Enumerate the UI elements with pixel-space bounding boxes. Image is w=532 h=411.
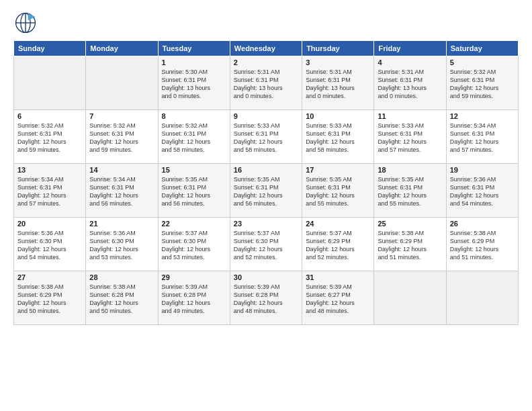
calendar-cell: [86, 56, 158, 110]
day-info: Sunrise: 5:38 AM Sunset: 6:29 PM Dayligh…: [17, 283, 82, 316]
day-info: Sunrise: 5:31 AM Sunset: 6:31 PM Dayligh…: [378, 68, 442, 101]
calendar-week-5: 27Sunrise: 5:38 AM Sunset: 6:29 PM Dayli…: [14, 271, 519, 325]
day-number: 21: [89, 220, 154, 228]
calendar-week-3: 13Sunrise: 5:34 AM Sunset: 6:31 PM Dayli…: [14, 164, 519, 218]
calendar-cell: 15Sunrise: 5:35 AM Sunset: 6:31 PM Dayli…: [158, 164, 230, 218]
day-header-sunday: Sunday: [14, 41, 86, 56]
day-header-wednesday: Wednesday: [230, 41, 302, 56]
day-info: Sunrise: 5:39 AM Sunset: 6:28 PM Dayligh…: [162, 283, 226, 316]
day-header-friday: Friday: [374, 41, 446, 56]
calendar-cell: 29Sunrise: 5:39 AM Sunset: 6:28 PM Dayli…: [158, 271, 230, 325]
day-info: Sunrise: 5:37 AM Sunset: 6:30 PM Dayligh…: [234, 229, 298, 262]
calendar-cell: 20Sunrise: 5:36 AM Sunset: 6:30 PM Dayli…: [14, 218, 86, 271]
calendar-cell: 22Sunrise: 5:37 AM Sunset: 6:30 PM Dayli…: [158, 218, 230, 271]
globe-icon: [13, 11, 38, 35]
calendar-cell: 6Sunrise: 5:32 AM Sunset: 6:31 PM Daylig…: [14, 110, 86, 164]
day-number: 3: [306, 58, 370, 66]
day-header-monday: Monday: [86, 41, 158, 56]
day-header-thursday: Thursday: [302, 41, 374, 56]
day-number: 20: [17, 220, 82, 228]
day-number: 16: [234, 166, 298, 174]
day-number: 14: [89, 166, 154, 174]
day-number: 25: [378, 220, 442, 228]
calendar-cell: 2Sunrise: 5:31 AM Sunset: 6:31 PM Daylig…: [230, 56, 302, 110]
calendar-cell: 21Sunrise: 5:36 AM Sunset: 6:30 PM Dayli…: [86, 218, 158, 271]
calendar-cell: 13Sunrise: 5:34 AM Sunset: 6:31 PM Dayli…: [14, 164, 86, 218]
day-number: 12: [450, 112, 515, 120]
calendar-cell: 8Sunrise: 5:32 AM Sunset: 6:31 PM Daylig…: [158, 110, 230, 164]
calendar-cell: 26Sunrise: 5:38 AM Sunset: 6:29 PM Dayli…: [446, 218, 518, 271]
day-number: 8: [162, 112, 226, 120]
day-info: Sunrise: 5:38 AM Sunset: 6:29 PM Dayligh…: [378, 229, 442, 262]
calendar-cell: 27Sunrise: 5:38 AM Sunset: 6:29 PM Dayli…: [14, 271, 86, 325]
day-info: Sunrise: 5:31 AM Sunset: 6:31 PM Dayligh…: [306, 68, 370, 101]
day-number: 18: [378, 166, 442, 174]
calendar-week-4: 20Sunrise: 5:36 AM Sunset: 6:30 PM Dayli…: [14, 218, 519, 271]
calendar-cell: 11Sunrise: 5:33 AM Sunset: 6:31 PM Dayli…: [374, 110, 446, 164]
calendar-cell: 30Sunrise: 5:39 AM Sunset: 6:28 PM Dayli…: [230, 271, 302, 325]
day-info: Sunrise: 5:39 AM Sunset: 6:28 PM Dayligh…: [234, 283, 298, 316]
day-number: 24: [306, 220, 370, 228]
calendar-cell: 14Sunrise: 5:34 AM Sunset: 6:31 PM Dayli…: [86, 164, 158, 218]
day-number: 19: [450, 166, 515, 174]
day-info: Sunrise: 5:33 AM Sunset: 6:31 PM Dayligh…: [234, 122, 298, 154]
day-info: Sunrise: 5:38 AM Sunset: 6:29 PM Dayligh…: [450, 229, 515, 262]
day-info: Sunrise: 5:33 AM Sunset: 6:31 PM Dayligh…: [378, 122, 442, 154]
day-number: 22: [162, 220, 226, 228]
day-number: 7: [89, 112, 154, 120]
day-number: 11: [378, 112, 442, 120]
day-info: Sunrise: 5:38 AM Sunset: 6:28 PM Dayligh…: [89, 283, 154, 316]
calendar-cell: 4Sunrise: 5:31 AM Sunset: 6:31 PM Daylig…: [374, 56, 446, 110]
day-info: Sunrise: 5:34 AM Sunset: 6:31 PM Dayligh…: [89, 175, 154, 208]
day-number: 15: [162, 166, 226, 174]
day-info: Sunrise: 5:34 AM Sunset: 6:31 PM Dayligh…: [450, 122, 515, 154]
calendar-week-1: 1Sunrise: 5:30 AM Sunset: 6:31 PM Daylig…: [14, 56, 519, 110]
calendar-cell: 7Sunrise: 5:32 AM Sunset: 6:31 PM Daylig…: [86, 110, 158, 164]
day-number: 31: [306, 273, 370, 281]
calendar-cell: 10Sunrise: 5:33 AM Sunset: 6:31 PM Dayli…: [302, 110, 374, 164]
calendar-cell: 31Sunrise: 5:39 AM Sunset: 6:27 PM Dayli…: [302, 271, 374, 325]
day-info: Sunrise: 5:37 AM Sunset: 6:29 PM Dayligh…: [306, 229, 370, 262]
day-number: 29: [162, 273, 226, 281]
day-number: 27: [17, 273, 82, 281]
page-header: [13, 11, 519, 35]
calendar-cell: [14, 56, 86, 110]
calendar-cell: 24Sunrise: 5:37 AM Sunset: 6:29 PM Dayli…: [302, 218, 374, 271]
calendar-cell: 19Sunrise: 5:36 AM Sunset: 6:31 PM Dayli…: [446, 164, 518, 218]
day-info: Sunrise: 5:33 AM Sunset: 6:31 PM Dayligh…: [306, 122, 370, 154]
day-number: 30: [234, 273, 298, 281]
calendar-table: SundayMondayTuesdayWednesdayThursdayFrid…: [13, 40, 519, 325]
calendar-cell: [374, 271, 446, 325]
calendar-cell: 9Sunrise: 5:33 AM Sunset: 6:31 PM Daylig…: [230, 110, 302, 164]
day-info: Sunrise: 5:32 AM Sunset: 6:31 PM Dayligh…: [89, 122, 154, 154]
day-number: 2: [234, 58, 298, 66]
day-info: Sunrise: 5:36 AM Sunset: 6:30 PM Dayligh…: [17, 229, 82, 262]
day-info: Sunrise: 5:36 AM Sunset: 6:31 PM Dayligh…: [450, 175, 515, 208]
day-info: Sunrise: 5:35 AM Sunset: 6:31 PM Dayligh…: [234, 175, 298, 208]
calendar-cell: 28Sunrise: 5:38 AM Sunset: 6:28 PM Dayli…: [86, 271, 158, 325]
calendar-header-row: SundayMondayTuesdayWednesdayThursdayFrid…: [14, 41, 519, 56]
day-number: 28: [89, 273, 154, 281]
day-number: 4: [378, 58, 442, 66]
day-number: 1: [162, 58, 226, 66]
calendar-week-2: 6Sunrise: 5:32 AM Sunset: 6:31 PM Daylig…: [14, 110, 519, 164]
day-number: 6: [17, 112, 82, 120]
day-info: Sunrise: 5:35 AM Sunset: 6:31 PM Dayligh…: [306, 175, 370, 208]
calendar-cell: 5Sunrise: 5:32 AM Sunset: 6:31 PM Daylig…: [446, 56, 518, 110]
calendar-cell: 12Sunrise: 5:34 AM Sunset: 6:31 PM Dayli…: [446, 110, 518, 164]
day-number: 9: [234, 112, 298, 120]
day-header-saturday: Saturday: [446, 41, 518, 56]
day-info: Sunrise: 5:35 AM Sunset: 6:31 PM Dayligh…: [162, 175, 226, 208]
calendar-cell: 25Sunrise: 5:38 AM Sunset: 6:29 PM Dayli…: [374, 218, 446, 271]
calendar-cell: 1Sunrise: 5:30 AM Sunset: 6:31 PM Daylig…: [158, 56, 230, 110]
day-number: 23: [234, 220, 298, 228]
day-info: Sunrise: 5:32 AM Sunset: 6:31 PM Dayligh…: [450, 68, 515, 101]
day-number: 5: [450, 58, 515, 66]
calendar-cell: 17Sunrise: 5:35 AM Sunset: 6:31 PM Dayli…: [302, 164, 374, 218]
day-info: Sunrise: 5:35 AM Sunset: 6:31 PM Dayligh…: [378, 175, 442, 208]
day-info: Sunrise: 5:30 AM Sunset: 6:31 PM Dayligh…: [162, 68, 226, 101]
day-info: Sunrise: 5:39 AM Sunset: 6:27 PM Dayligh…: [306, 283, 370, 316]
day-number: 13: [17, 166, 82, 174]
day-info: Sunrise: 5:32 AM Sunset: 6:31 PM Dayligh…: [162, 122, 226, 154]
calendar-cell: 23Sunrise: 5:37 AM Sunset: 6:30 PM Dayli…: [230, 218, 302, 271]
